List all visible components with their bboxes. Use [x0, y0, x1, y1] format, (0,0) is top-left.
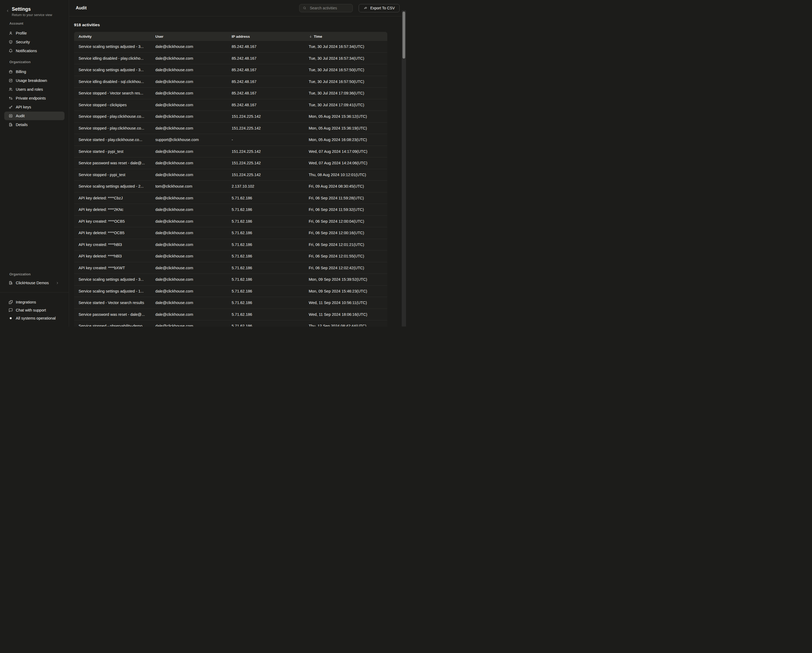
sidebar-item-audit[interactable]: Audit	[4, 111, 64, 120]
scrollbar-thumb[interactable]	[403, 12, 405, 59]
cell-ip-address: 85.242.48.167	[227, 79, 304, 84]
cell-user: dale@clickhouse.com	[151, 231, 227, 235]
sidebar-item-integrations[interactable]: Integrations	[4, 298, 64, 306]
sidebar-item-notifications[interactable]: Notifications	[4, 47, 64, 55]
chevron-left-icon[interactable]	[6, 9, 9, 12]
cell-ip-address: 5.71.62.186	[227, 324, 304, 326]
cell-ip-address: 151.224.225.142	[227, 114, 304, 119]
table-row[interactable]: Service stopped - Vector search res... d…	[74, 87, 387, 99]
cell-time: Mon, 05 Aug 2024 15:36:12(UTC)	[304, 114, 387, 119]
table-row[interactable]: API key deleted: ****CbzJ dale@clickhous…	[74, 192, 387, 204]
search-icon	[303, 6, 307, 10]
table-row[interactable]: API key created: ****bXWT dale@clickhous…	[74, 262, 387, 274]
sidebar-item-private-endpoints[interactable]: Private endpoints	[4, 94, 64, 102]
cell-user: dale@clickhouse.com	[151, 68, 227, 72]
table-row[interactable]: API key deleted: ****2KNc dale@clickhous…	[74, 204, 387, 216]
table-row[interactable]: Service scaling settings adjusted - 3...…	[74, 64, 387, 76]
search-box[interactable]	[299, 4, 353, 12]
cell-time: Mon, 09 Sep 2024 15:46:23(UTC)	[304, 289, 387, 293]
column-header-time[interactable]: Time	[304, 35, 387, 38]
cell-time: Tue, 30 Jul 2024 16:57:50(UTC)	[304, 79, 387, 84]
cell-ip-address: 5.71.62.186	[227, 207, 304, 212]
cell-activity: API key created: ****hBl3	[74, 243, 151, 247]
cell-time: Fri, 09 Aug 2024 08:30:45(UTC)	[304, 184, 387, 188]
table-row[interactable]: Service started - Vector search results …	[74, 297, 387, 309]
cell-time: Fri, 06 Sep 2024 12:00:16(UTC)	[304, 231, 387, 235]
sidebar-item-chat-with-support[interactable]: Chat with support	[4, 306, 64, 314]
cell-user: dale@clickhouse.com	[151, 126, 227, 130]
table-row[interactable]: Service stopped - play.clickhouse.co... …	[74, 122, 387, 134]
table-row[interactable]: API key deleted: ****hBl3 dale@clickhous…	[74, 250, 387, 262]
sidebar-item-security[interactable]: Security	[4, 38, 64, 46]
column-header-ip-address[interactable]: IP address	[227, 35, 304, 38]
table-row[interactable]: Service started - pypi_test dale@clickho…	[74, 146, 387, 158]
sidebar-item-label: All systems operational	[16, 316, 56, 320]
cell-activity: Service stopped - pypi_test	[74, 172, 151, 177]
cell-user: dale@clickhouse.com	[151, 289, 227, 293]
sidebar-item-billing[interactable]: Billing	[4, 67, 64, 76]
table-row[interactable]: Service stopped - play.clickhouse.co... …	[74, 111, 387, 122]
cell-activity: Service scaling settings adjusted - 3...	[74, 277, 151, 282]
sidebar-item-all-systems-operational[interactable]: All systems operational	[4, 314, 64, 322]
table-row[interactable]: Service password was reset - dale@... da…	[74, 309, 387, 320]
sidebar-item-label: Billing	[16, 70, 26, 74]
table-row[interactable]: Service scaling settings adjusted - 3...…	[74, 274, 387, 285]
cell-activity: API key deleted: ****CbzJ	[74, 196, 151, 200]
sidebar-item-label: API keys	[16, 105, 31, 109]
return-to-service-link[interactable]: Return to your service view	[12, 13, 52, 17]
search-input[interactable]	[309, 6, 349, 11]
sidebar-item-details[interactable]: Details	[4, 121, 64, 129]
chevron-right-icon	[56, 281, 59, 285]
cell-ip-address: 5.71.62.186	[227, 196, 304, 200]
cell-activity: Service started - pypi_test	[74, 150, 151, 154]
scrollbar-track[interactable]	[402, 11, 406, 326]
cell-time: Fri, 06 Sep 2024 12:00:04(UTC)	[304, 219, 387, 223]
cell-user: dale@clickhouse.com	[151, 79, 227, 84]
chat-bubble-icon	[9, 308, 13, 312]
cell-time: Tue, 30 Jul 2024 17:09:41(UTC)	[304, 103, 387, 107]
table-row[interactable]: API key created: ****OCB5 dale@clickhous…	[74, 216, 387, 227]
table-row[interactable]: Service stopped - clickpipes dale@clickh…	[74, 99, 387, 111]
sidebar-item-usage-breakdown[interactable]: Usage breakdown	[4, 76, 64, 85]
cell-user: dale@clickhouse.com	[151, 150, 227, 154]
table-row[interactable]: Service scaling settings adjusted - 2...…	[74, 181, 387, 192]
table-row[interactable]: Service password was reset - dale@... da…	[74, 157, 387, 169]
table-row[interactable]: API key deleted: ****OCB5 dale@clickhous…	[74, 227, 387, 239]
sidebar-item-profile[interactable]: Profile	[4, 29, 64, 37]
cell-ip-address: 5.71.62.186	[227, 289, 304, 293]
divider	[0, 292, 69, 293]
cell-activity: Service stopped - Vector search res...	[74, 91, 151, 95]
table-row[interactable]: Service idling disabled - sql.clickhou..…	[74, 76, 387, 88]
cell-activity: Service stopped - play.clickhouse.co...	[74, 126, 151, 130]
key-icon	[9, 105, 13, 109]
sidebar-item-users-and-roles[interactable]: Users and roles	[4, 85, 64, 94]
table-row[interactable]: Service scaling settings adjusted - 3...…	[74, 41, 387, 53]
cell-ip-address: 5.71.62.186	[227, 231, 304, 235]
cell-ip-address: 85.242.48.167	[227, 68, 304, 72]
cell-time: Tue, 30 Jul 2024 17:09:36(UTC)	[304, 91, 387, 95]
column-header-user[interactable]: User	[151, 35, 227, 38]
cell-activity: API key deleted: ****hBl3	[74, 254, 151, 258]
column-header-activity[interactable]: Activity	[74, 35, 151, 38]
table-row[interactable]: Service stopped - observability-demo dal…	[74, 320, 387, 326]
table-row[interactable]: Service scaling settings adjusted - 1...…	[74, 285, 387, 298]
cell-time: Mon, 05 Aug 2024 15:36:19(UTC)	[304, 126, 387, 130]
sidebar-item-api-keys[interactable]: API keys	[4, 103, 64, 111]
cell-time: Mon, 05 Aug 2024 16:08:23(UTC)	[304, 137, 387, 142]
settings-sidebar: Settings Return to your service view Acc…	[0, 0, 69, 326]
activities-count: 918 activities	[74, 23, 402, 27]
cell-user: dale@clickhouse.com	[151, 243, 227, 247]
export-to-csv-button[interactable]: Export To CSV	[359, 4, 400, 12]
table-row[interactable]: Service stopped - pypi_test dale@clickho…	[74, 169, 387, 181]
cell-time: Wed, 11 Sep 2024 10:56:11(UTC)	[304, 301, 387, 305]
table-row[interactable]: Service started - play.clickhouse.co... …	[74, 134, 387, 146]
table-row[interactable]: API key created: ****hBl3 dale@clickhous…	[74, 239, 387, 251]
cell-user: dale@clickhouse.com	[151, 161, 227, 165]
cell-user: dale@clickhouse.com	[151, 103, 227, 107]
cell-ip-address: 5.71.62.186	[227, 266, 304, 270]
cell-user: dale@clickhouse.com	[151, 301, 227, 305]
cell-ip-address: 5.71.62.186	[227, 219, 304, 223]
cell-time: Thu, 12 Sep 2024 08:42:44(UTC)	[304, 324, 387, 326]
table-row[interactable]: Service idling disabled - play.clickho..…	[74, 53, 387, 64]
org-switcher-clickhouse-demos[interactable]: ClickHouse Demos	[4, 279, 64, 287]
